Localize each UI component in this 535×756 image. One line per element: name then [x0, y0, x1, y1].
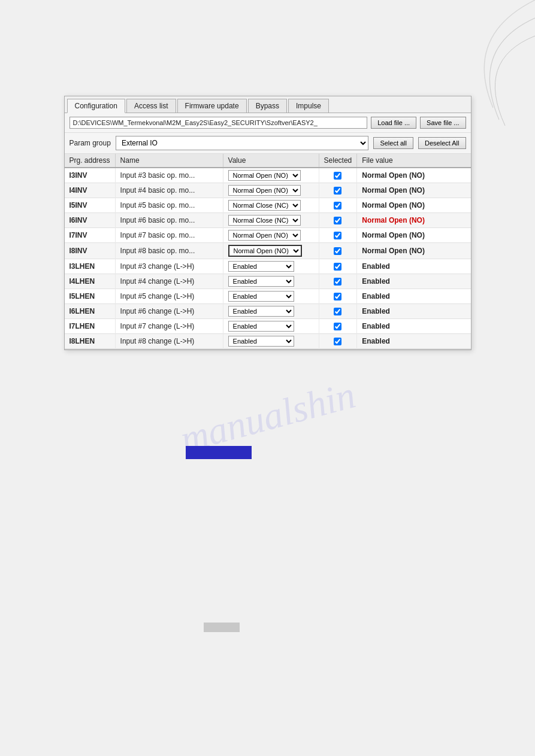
cell-address: I4LHEN [65, 274, 116, 289]
cell-selected[interactable] [319, 243, 357, 259]
tab-bypass[interactable]: Bypass [248, 99, 287, 113]
value-select[interactable]: Normal Open (NO) [228, 245, 302, 257]
cell-value[interactable]: Enabled [223, 319, 319, 334]
row-checkbox[interactable] [334, 202, 341, 210]
cell-name: Input #3 basic op. mo... [115, 168, 223, 183]
cell-value[interactable]: Normal Open (NO) [223, 228, 319, 243]
value-select[interactable]: Enabled [228, 291, 294, 302]
value-select[interactable]: Normal Open (NO) [228, 185, 301, 196]
toolbar-row: Load file ... Save file ... [65, 113, 471, 133]
tab-bar: Configuration Access list Firmware updat… [65, 96, 471, 113]
cell-selected[interactable] [319, 304, 357, 319]
cell-name: Input #7 change (L->H) [115, 319, 223, 334]
cell-value[interactable]: Enabled [223, 304, 319, 319]
row-checkbox[interactable] [334, 217, 341, 224]
row-checkbox[interactable] [334, 293, 341, 300]
table-row: I5LHENInput #5 change (L->H)EnabledEnabl… [65, 289, 471, 304]
cell-selected[interactable] [319, 183, 357, 198]
value-select[interactable]: Enabled [228, 321, 294, 332]
cell-value[interactable]: Normal Close (NC) [223, 198, 319, 213]
cell-name: Input #6 change (L->H) [115, 304, 223, 319]
tab-impulse[interactable]: Impulse [288, 99, 329, 113]
value-select[interactable]: Enabled [228, 336, 294, 347]
value-select[interactable]: Enabled [228, 306, 294, 317]
cell-name: Input #4 change (L->H) [115, 274, 223, 289]
cell-selected[interactable] [319, 289, 357, 304]
tab-firmware-update[interactable]: Firmware update [177, 99, 247, 113]
cell-value[interactable]: Normal Open (NO) [223, 168, 319, 183]
table-row: I4LHENInput #4 change (L->H)EnabledEnabl… [65, 274, 471, 289]
load-file-button[interactable]: Load file ... [371, 117, 416, 129]
cell-file-value: Enabled [357, 304, 471, 319]
cell-file-value: Enabled [357, 319, 471, 334]
tab-access-list[interactable]: Access list [126, 99, 176, 113]
cell-file-value: Enabled [357, 334, 471, 349]
value-select[interactable]: Normal Close (NC) [228, 215, 301, 226]
row-checkbox[interactable] [334, 323, 341, 330]
file-path-input[interactable] [69, 117, 368, 129]
table-row: I6INVInput #6 basic op. mo...Normal Clos… [65, 213, 471, 228]
value-select[interactable]: Normal Open (NO) [228, 230, 301, 241]
cell-file-value: Normal Open (NO) [357, 168, 471, 183]
cell-name: Input #3 change (L->H) [115, 259, 223, 274]
cell-address: I5INV [65, 198, 116, 213]
row-checkbox[interactable] [334, 172, 341, 180]
cell-value[interactable]: Enabled [223, 274, 319, 289]
cell-selected[interactable] [319, 274, 357, 289]
cell-selected[interactable] [319, 259, 357, 274]
cell-name: Input #5 change (L->H) [115, 289, 223, 304]
value-select[interactable]: Enabled [228, 276, 294, 287]
gray-bar [204, 623, 240, 632]
cell-name: Input #4 basic op. mo... [115, 183, 223, 198]
row-checkbox[interactable] [334, 278, 341, 286]
table-header-row: Prg. address Name Value Selected File va… [65, 154, 471, 168]
cell-address: I7INV [65, 228, 116, 243]
table-container: Prg. address Name Value Selected File va… [65, 154, 471, 350]
row-checkbox[interactable] [334, 247, 341, 255]
table-row: I3INVInput #3 basic op. mo...Normal Open… [65, 168, 471, 183]
cell-value[interactable]: Enabled [223, 259, 319, 274]
cell-address: I4INV [65, 183, 116, 198]
config-table: Prg. address Name Value Selected File va… [65, 154, 471, 349]
cell-value[interactable]: Enabled [223, 334, 319, 349]
param-group-select[interactable]: External IO [116, 136, 369, 150]
value-select[interactable]: Normal Open (NO) [228, 170, 301, 181]
cell-name: Input #7 basic op. mo... [115, 228, 223, 243]
col-header-filevalue: File value [357, 154, 471, 168]
cell-value[interactable]: Normal Open (NO) [223, 183, 319, 198]
row-checkbox[interactable] [334, 232, 341, 239]
cell-address: I3INV [65, 168, 116, 183]
cell-selected[interactable] [319, 213, 357, 228]
cell-file-value: Enabled [357, 289, 471, 304]
row-checkbox[interactable] [334, 308, 341, 315]
table-row: I8INVInput #8 basic op. mo...Normal Open… [65, 243, 471, 259]
table-row: I6LHENInput #6 change (L->H)EnabledEnabl… [65, 304, 471, 319]
col-header-name: Name [115, 154, 223, 168]
cell-value[interactable]: Normal Close (NC) [223, 213, 319, 228]
cell-selected[interactable] [319, 319, 357, 334]
main-window: Configuration Access list Firmware updat… [64, 96, 471, 350]
cell-address: I8LHEN [65, 334, 116, 349]
cell-selected[interactable] [319, 198, 357, 213]
cell-value[interactable]: Enabled [223, 289, 319, 304]
cell-file-value: Normal Open (NO) [357, 198, 471, 213]
cell-selected[interactable] [319, 228, 357, 243]
cell-value[interactable]: Normal Open (NO) [223, 243, 319, 259]
deselect-all-button[interactable]: Deselect All [418, 137, 466, 149]
cell-address: I3LHEN [65, 259, 116, 274]
cell-selected[interactable] [319, 168, 357, 183]
cell-file-value: Normal Open (NO) [357, 243, 471, 259]
cell-name: Input #8 basic op. mo... [115, 243, 223, 259]
row-checkbox[interactable] [334, 263, 341, 271]
save-file-button[interactable]: Save file ... [420, 117, 466, 129]
cell-name: Input #6 basic op. mo... [115, 213, 223, 228]
cell-file-value: Enabled [357, 259, 471, 274]
cell-file-value: Normal Open (NO) [357, 228, 471, 243]
row-checkbox[interactable] [334, 187, 341, 195]
value-select[interactable]: Enabled [228, 261, 294, 272]
cell-selected[interactable] [319, 334, 357, 349]
row-checkbox[interactable] [334, 338, 341, 345]
tab-configuration[interactable]: Configuration [67, 99, 125, 113]
value-select[interactable]: Normal Close (NC) [228, 200, 301, 211]
select-all-button[interactable]: Select all [373, 137, 413, 149]
